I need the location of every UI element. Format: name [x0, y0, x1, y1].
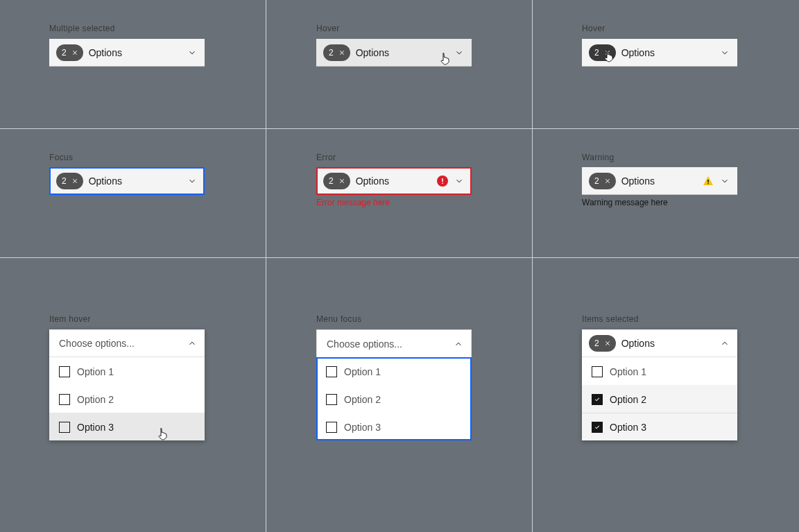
selection-tag[interactable]: 2 — [323, 44, 350, 61]
checkbox-checked-icon[interactable] — [592, 394, 603, 405]
svg-marker-8 — [605, 179, 610, 183]
multiselect-menu: Choose options... Option 1 Option 2 Opti… — [49, 329, 205, 440]
svg-marker-4 — [340, 179, 344, 183]
menu-option[interactable]: Option 1 — [582, 357, 737, 385]
selection-tag[interactable]: 2 — [589, 335, 616, 352]
clear-selection-icon[interactable] — [69, 47, 80, 58]
checkbox-icon[interactable] — [326, 422, 337, 433]
svg-rect-10 — [707, 183, 708, 184]
error-message: Error message here — [316, 198, 472, 207]
multiselect-field[interactable]: 2 Options — [582, 167, 737, 195]
chevron-down-icon — [454, 47, 465, 58]
menu-option[interactable]: Option 2 — [582, 385, 737, 413]
clear-selection-icon[interactable] — [336, 175, 347, 187]
field-placeholder: Choose options... — [59, 338, 135, 349]
multiselect-menu: Choose options... Option 1 Option 2 — [316, 329, 472, 440]
state-label: Warning — [582, 153, 614, 162]
state-label: Multiple selected — [49, 24, 115, 33]
chevron-down-icon — [187, 47, 198, 58]
checkbox-icon[interactable] — [326, 394, 337, 405]
state-label: Item hover — [49, 314, 91, 324]
option-label: Option 1 — [344, 366, 381, 377]
clear-selection-icon[interactable] — [69, 175, 80, 187]
selection-tag[interactable]: 2 — [323, 173, 350, 189]
chevron-down-icon — [187, 175, 198, 187]
multiselect-field[interactable]: 2 Options — [316, 39, 472, 67]
state-label: Hover — [582, 24, 605, 33]
selection-tag[interactable]: 2 — [56, 44, 83, 61]
multiselect-field[interactable]: 2 Options — [582, 39, 737, 67]
state-label: Error — [316, 153, 336, 162]
field-text: Options — [356, 47, 389, 58]
selection-count: 2 — [329, 176, 334, 186]
selection-count: 2 — [594, 176, 599, 186]
field-text: Options — [621, 338, 655, 349]
selection-tag[interactable]: 2 — [56, 173, 83, 189]
menu-option[interactable]: Option 1 — [49, 357, 205, 385]
selection-tag[interactable]: 2 — [589, 44, 616, 61]
svg-marker-0 — [73, 51, 77, 55]
menu-option[interactable]: Option 3 — [316, 413, 472, 440]
option-label: Option 1 — [77, 366, 114, 377]
multiselect-field[interactable]: Choose options... — [316, 329, 472, 357]
menu-option[interactable]: Option 1 — [316, 357, 472, 385]
error-icon — [437, 175, 448, 187]
clear-selection-icon[interactable] — [602, 47, 613, 58]
multiselect-field[interactable]: 2 Options — [49, 167, 205, 195]
svg-marker-3 — [73, 179, 77, 183]
warning-message: Warning message here — [582, 198, 737, 207]
chevron-up-icon — [453, 338, 464, 350]
checkbox-icon[interactable] — [59, 422, 70, 433]
checkbox-checked-icon[interactable] — [592, 422, 603, 433]
menu-option[interactable]: Option 3 — [49, 413, 205, 440]
multiselect-field[interactable]: Choose options... — [49, 329, 205, 357]
selection-count: 2 — [594, 48, 599, 58]
svg-rect-7 — [442, 183, 443, 185]
multiselect-options-list: Option 1 Option 2 Option 3 — [316, 357, 472, 440]
svg-rect-9 — [707, 180, 708, 182]
state-label: Hover — [316, 24, 340, 33]
svg-marker-11 — [605, 341, 610, 345]
option-label: Option 1 — [610, 366, 646, 377]
option-label: Option 2 — [344, 394, 381, 405]
chevron-down-icon — [719, 47, 730, 58]
selection-count: 2 — [62, 176, 67, 186]
option-label: Option 3 — [344, 422, 381, 433]
multiselect-field[interactable]: 2 Options — [49, 39, 205, 67]
chevron-up-icon — [187, 338, 198, 349]
field-text: Options — [89, 47, 122, 58]
selection-count: 2 — [594, 338, 599, 348]
checkbox-icon[interactable] — [326, 366, 337, 377]
state-label: Menu focus — [316, 314, 361, 324]
chevron-down-icon — [719, 175, 730, 187]
checkbox-icon[interactable] — [59, 394, 70, 405]
state-label: Focus — [49, 153, 73, 162]
multiselect-field[interactable]: 2 Options — [316, 167, 472, 195]
field-text: Options — [621, 175, 655, 187]
checkbox-icon[interactable] — [592, 366, 603, 377]
option-label: Option 3 — [610, 422, 646, 433]
clear-selection-icon[interactable] — [602, 338, 613, 349]
multiselect-field[interactable]: 2 Options — [582, 329, 737, 357]
option-label: Option 3 — [77, 422, 114, 433]
warning-icon — [703, 175, 714, 187]
svg-rect-6 — [442, 178, 443, 182]
state-label: Items selected — [582, 314, 639, 324]
svg-marker-2 — [605, 51, 610, 55]
chevron-up-icon — [719, 338, 730, 349]
multiselect-menu: 2 Options Option 1 — [582, 329, 737, 440]
menu-option[interactable]: Option 2 — [316, 385, 472, 413]
menu-option[interactable]: Option 2 — [49, 385, 205, 413]
clear-selection-icon[interactable] — [336, 47, 347, 58]
clear-selection-icon[interactable] — [602, 175, 613, 187]
field-placeholder: Choose options... — [327, 338, 402, 350]
menu-option[interactable]: Option 3 — [582, 413, 737, 440]
field-text: Options — [356, 175, 389, 187]
selection-tag[interactable]: 2 — [589, 173, 616, 189]
checkbox-icon[interactable] — [59, 366, 70, 377]
chevron-down-icon — [454, 175, 465, 187]
field-text: Options — [621, 47, 655, 58]
field-text: Options — [89, 175, 122, 187]
selection-count: 2 — [62, 48, 67, 58]
svg-marker-1 — [340, 51, 344, 55]
